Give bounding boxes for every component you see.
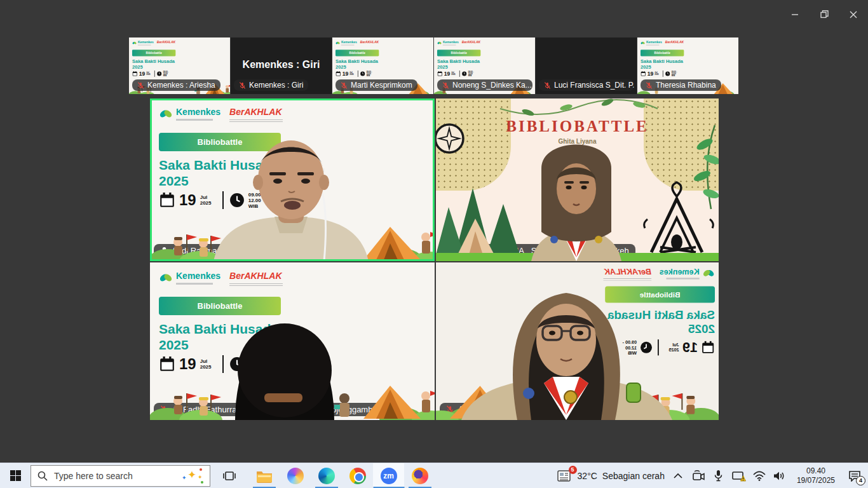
- muted-mic-icon: [341, 82, 348, 89]
- zoom-meeting-screen: Kemenkes BerAKHLAK Bibliobattle Saka Bak…: [0, 0, 868, 488]
- display-warning-icon: [732, 470, 746, 482]
- edge-icon: [318, 468, 335, 484]
- kemenkes-logo-icon: [132, 41, 137, 45]
- video-tile-audi[interactable]: Kemenkes BerAKHLAK Bibliobattle Saka Bak…: [150, 98, 435, 261]
- thumbnail-ariesha[interactable]: Kemenkes BerAKHLAK Bibliobattle Saka Bak…: [129, 37, 230, 94]
- event-title: Saka Bakti Husada2025: [132, 58, 175, 70]
- camera-icon: [692, 470, 705, 481]
- kemenkes-logo-icon: [437, 41, 442, 45]
- search-input[interactable]: Type here to search ✦✦✦: [31, 465, 210, 487]
- tray-expand-button[interactable]: [671, 469, 685, 483]
- video-thumbnail-strip: Kemenkes BerAKHLAK Bibliobattle Saka Bak…: [129, 37, 739, 94]
- bibliobattle-pill: Bibliobattle: [132, 50, 175, 56]
- close-button[interactable]: [839, 0, 868, 29]
- clock-icon: [360, 71, 365, 76]
- participant-name-label: Kemenkes : Ariesha: [132, 79, 220, 91]
- tray-microphone-button[interactable]: [712, 469, 726, 483]
- clock-date: 19/07/2025: [797, 476, 835, 485]
- tray-wifi-button[interactable]: [752, 469, 766, 483]
- chrome-button[interactable]: [342, 463, 373, 488]
- news-icon: 5: [557, 470, 573, 482]
- search-highlights-icon[interactable]: ✦✦✦: [182, 468, 203, 484]
- notification-badge: 4: [856, 476, 865, 485]
- participant-name-label: Noneng S_Dinkes Ka...: [437, 79, 532, 91]
- video-tile-fadly[interactable]: Kemenkes BerAKHLAK Bibliobattle Saka Bak…: [150, 262, 435, 420]
- notification-center-button[interactable]: 4: [845, 468, 864, 484]
- task-view-button[interactable]: [215, 463, 243, 488]
- zoom-app-button[interactable]: zm: [373, 463, 404, 488]
- tray-volume-button[interactable]: [773, 469, 787, 483]
- thumbnail-marti[interactable]: Kemenkes BerAKHLAK Bibliobattle Saka Bak…: [332, 37, 433, 94]
- search-placeholder: Type here to search: [54, 471, 175, 481]
- firefox-button[interactable]: [404, 463, 435, 488]
- event-datetime: 19 Jul 2025 09.00 - 12.00 WIB: [132, 71, 169, 77]
- berakhlak-logo-text: BerAKHLAK: [157, 41, 175, 44]
- kemenkes-logo-icon: [336, 41, 340, 45]
- copilot-icon: [287, 468, 304, 484]
- taskbar-apps: zm: [248, 463, 435, 488]
- thumbnail-giri[interactable]: Kemenkes : Giri Kemenkes : Giri: [231, 37, 332, 94]
- microphone-icon: [714, 470, 722, 482]
- tray-display-warning-button[interactable]: [732, 469, 746, 483]
- file-explorer-button[interactable]: [248, 463, 280, 488]
- taskbar-clock[interactable]: 09.40 19/07/2025: [793, 466, 839, 485]
- participant-name-label: Marti Kesprimkom: [336, 79, 417, 91]
- clock-icon: [157, 71, 162, 76]
- kemenkes-logo-text: Kemenkes: [138, 41, 154, 44]
- search-icon: [37, 471, 48, 481]
- weather-condition: Sebagian cerah: [602, 471, 665, 481]
- muted-mic-icon: [544, 82, 551, 89]
- video-tile-dita[interactable]: Kemenkes BerAKHLAK Bibliobattle Saka Bak…: [436, 262, 719, 420]
- camera-off-name: Kemenkes : Giri: [231, 59, 332, 71]
- minimize-button[interactable]: [780, 0, 810, 29]
- thumbnail-theresia[interactable]: Kemenkes BerAKHLAK Bibliobattle Saka Bak…: [637, 37, 738, 94]
- windows-taskbar: Type here to search ✦✦✦: [0, 463, 868, 488]
- file-explorer-icon: [256, 469, 273, 483]
- speaker-icon: [773, 471, 785, 481]
- calendar-icon: [132, 71, 138, 77]
- task-view-icon: [223, 470, 236, 482]
- participant-video-fadly: [150, 262, 435, 420]
- kemenkes-logo-icon: [641, 41, 645, 45]
- participant-video-ghita: [436, 98, 719, 261]
- thumbnail-noneng[interactable]: Kemenkes BerAKHLAK Bibliobattle Saka Bak…: [434, 37, 535, 94]
- weather-temperature: 32°C: [578, 471, 597, 481]
- windows-logo-icon: [10, 470, 21, 481]
- calendar-icon: [437, 71, 443, 77]
- main-video-grid: Kemenkes BerAKHLAK Bibliobattle Saka Bak…: [150, 98, 719, 420]
- close-icon: [850, 11, 857, 18]
- window-controls: [780, 0, 868, 29]
- firefox-icon: [412, 468, 428, 484]
- muted-mic-icon: [137, 82, 144, 89]
- restore-icon: [820, 10, 829, 18]
- participant-name-label: Theresia Rhabina: [641, 79, 721, 91]
- start-button[interactable]: [0, 463, 31, 488]
- weather-widget[interactable]: 5 32°C Sebagian cerah: [557, 470, 665, 482]
- system-tray: 5 32°C Sebagian cerah: [557, 466, 868, 485]
- copilot-button[interactable]: [280, 463, 311, 488]
- clock-icon: [462, 71, 467, 76]
- minimize-icon: [791, 11, 799, 18]
- tray-camera-button[interactable]: [691, 469, 705, 483]
- muted-mic-icon: [442, 82, 449, 89]
- participant-name-label: Luci Fransisca S_Dit. P...: [539, 79, 634, 91]
- calendar-icon: [336, 71, 341, 77]
- clock-time: 09.40: [797, 466, 835, 476]
- participant-video-dita: [436, 262, 719, 420]
- thumbnail-luci[interactable]: Luci Fransisca S_Dit. P...: [536, 37, 637, 94]
- restore-button[interactable]: [810, 0, 839, 29]
- muted-mic-icon: [239, 82, 246, 89]
- chevron-up-icon: [674, 473, 682, 478]
- participant-video-audi: [150, 98, 435, 261]
- chrome-icon: [349, 468, 366, 484]
- edge-button[interactable]: [311, 463, 342, 488]
- zoom-app-icon: zm: [381, 468, 397, 484]
- participant-name-label: Kemenkes : Giri: [234, 79, 308, 91]
- calendar-icon: [641, 71, 646, 77]
- wifi-icon: [753, 471, 766, 481]
- news-badge: 5: [569, 466, 577, 474]
- video-tile-ghita[interactable]: BIBLIOBATTLE Ghita Liyana: [436, 98, 719, 261]
- clock-icon: [665, 71, 670, 76]
- muted-mic-icon: [646, 82, 653, 89]
